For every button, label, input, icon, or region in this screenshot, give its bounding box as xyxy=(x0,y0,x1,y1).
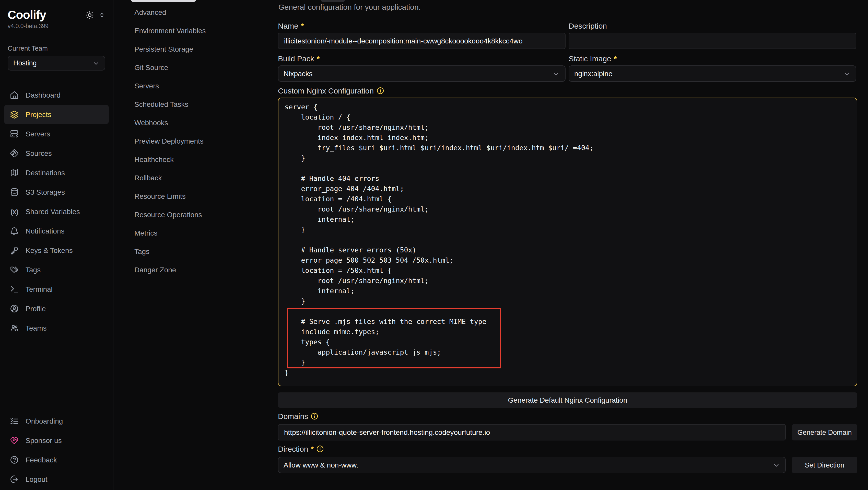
description-field-group: Description xyxy=(569,21,856,49)
static-image-select[interactable]: nginx:alpine xyxy=(569,65,856,82)
submenu-item-servers[interactable]: Servers xyxy=(114,76,271,95)
mime-type-highlight-box xyxy=(287,308,501,368)
sidebar-item-feedback[interactable]: Feedback xyxy=(4,450,109,469)
parentheses-x-icon: (x) xyxy=(10,207,19,216)
bell-icon xyxy=(10,226,19,236)
sidebar-item-label: Onboarding xyxy=(26,417,63,425)
submenu-item-resource-limits[interactable]: Resource Limits xyxy=(114,187,271,205)
sidebar-nav: DashboardProjectsServersSourcesDestinati… xyxy=(0,85,113,338)
sidebar-item-label: S3 Storages xyxy=(26,188,65,196)
submenu-item-danger-zone[interactable]: Danger Zone xyxy=(114,261,271,279)
chevron-down-icon xyxy=(92,60,100,67)
sidebar-item-profile[interactable]: Profile xyxy=(4,299,109,318)
team-select-value: Hosting xyxy=(13,59,92,67)
submenu-item-persistent-storage[interactable]: Persistent Storage xyxy=(114,40,271,58)
key-icon xyxy=(10,246,19,255)
set-direction-button[interactable]: Set Direction xyxy=(792,457,857,473)
server-icon xyxy=(10,129,19,139)
sidebar-item-destinations[interactable]: Destinations xyxy=(4,163,109,182)
chevron-down-icon xyxy=(843,70,850,78)
help-circle-icon xyxy=(10,455,19,464)
terminal-icon xyxy=(10,285,19,294)
submenu-item-advanced[interactable]: Advanced xyxy=(114,3,271,22)
nginx-config-editor[interactable]: server { location / { root /usr/share/ng… xyxy=(278,98,857,386)
submenu-item-rollback[interactable]: Rollback xyxy=(114,169,271,187)
required-asterisk: * xyxy=(311,444,314,453)
submenu-item-tags[interactable]: Tags xyxy=(114,242,271,261)
sidebar-item-label: Feedback xyxy=(26,456,57,464)
sidebar-item-tags[interactable]: Tags xyxy=(4,260,109,279)
home-icon xyxy=(10,90,19,100)
top-clipped-element[interactable] xyxy=(320,0,345,2)
sidebar-item-label: Profile xyxy=(26,305,46,313)
sidebar-item-label: Shared Variables xyxy=(26,208,80,216)
heart-hands-icon xyxy=(10,436,19,445)
submenu-item-healthcheck[interactable]: Healthcheck xyxy=(114,150,271,169)
sidebar-item-shared-variables[interactable]: (x)Shared Variables xyxy=(4,202,109,221)
sidebar-item-label: Terminal xyxy=(26,285,53,293)
sidebar-item-notifications[interactable]: Notifications xyxy=(4,221,109,241)
sidebar-item-label: Servers xyxy=(26,130,50,138)
current-team-label: Current Team xyxy=(8,44,105,52)
logo-row: Coolify xyxy=(8,7,105,23)
build-pack-value: Nixpacks xyxy=(283,69,552,78)
submenu-active-item-partial[interactable] xyxy=(130,0,197,2)
sidebar-item-sponsor-us[interactable]: Sponsor us xyxy=(4,431,109,450)
description-label: Description xyxy=(569,21,856,31)
info-icon[interactable] xyxy=(311,412,318,420)
generate-domain-button[interactable]: Generate Domain xyxy=(792,424,857,440)
sidebar: Coolify v4.0.0-beta.399 Current Team Hos… xyxy=(0,0,114,490)
name-field-group: Name* xyxy=(278,21,565,49)
generate-nginx-config-button[interactable]: Generate Default Nginx Configuration xyxy=(278,392,857,408)
sidebar-item-keys-tokens[interactable]: Keys & Tokens xyxy=(4,241,109,260)
static-image-label: Static Image* xyxy=(569,53,856,63)
info-icon[interactable] xyxy=(316,445,324,453)
info-icon[interactable] xyxy=(376,87,384,94)
main-content: General configuration for your applicati… xyxy=(271,0,868,490)
static-image-value: nginx:alpine xyxy=(574,69,843,78)
domains-input[interactable] xyxy=(278,424,786,440)
sidebar-item-dashboard[interactable]: Dashboard xyxy=(4,85,109,105)
sidebar-item-label: Logout xyxy=(26,475,48,483)
sidebar-footer: OnboardingSponsor usFeedbackLogout xyxy=(0,411,113,490)
sidebar-item-servers[interactable]: Servers xyxy=(4,124,109,144)
submenu-item-scheduled-tasks[interactable]: Scheduled Tasks xyxy=(114,95,271,114)
sun-theme-icon[interactable] xyxy=(85,10,94,19)
submenu-item-environment-variables[interactable]: Environment Variables xyxy=(114,22,271,40)
chevron-down-icon xyxy=(772,461,780,469)
submenu-item-webhooks[interactable]: Webhooks xyxy=(114,114,271,132)
team-select[interactable]: Hosting xyxy=(8,56,105,70)
build-pack-label: Build Pack* xyxy=(278,53,565,63)
submenu-item-preview-deployments[interactable]: Preview Deployments xyxy=(114,132,271,150)
build-pack-field-group: Build Pack* Nixpacks xyxy=(278,53,565,82)
sidebar-item-label: Projects xyxy=(26,110,51,119)
domains-label: Domains xyxy=(278,411,318,421)
app-logo: Coolify xyxy=(8,7,85,23)
submenu-item-resource-operations[interactable]: Resource Operations xyxy=(114,205,271,224)
sidebar-item-sources[interactable]: Sources xyxy=(4,144,109,163)
build-pack-select[interactable]: Nixpacks xyxy=(278,65,565,82)
sidebar-item-label: Dashboard xyxy=(26,91,61,99)
chevrons-up-down-icon[interactable] xyxy=(99,11,105,18)
sidebar-item-logout[interactable]: Logout xyxy=(4,469,109,489)
user-circle-icon xyxy=(10,304,19,313)
required-asterisk: * xyxy=(614,54,617,63)
submenu-item-metrics[interactable]: Metrics xyxy=(114,224,271,242)
name-input[interactable] xyxy=(278,33,565,49)
map-icon xyxy=(10,168,19,177)
direction-select[interactable]: Allow www & non-www. xyxy=(278,457,786,473)
sidebar-item-teams[interactable]: Teams xyxy=(4,318,109,338)
page-subtitle: General configuration for your applicati… xyxy=(278,3,421,11)
submenu-item-git-source[interactable]: Git Source xyxy=(114,58,271,76)
description-input[interactable] xyxy=(569,33,856,49)
sidebar-item-projects[interactable]: Projects xyxy=(4,105,109,124)
sidebar-item-terminal[interactable]: Terminal xyxy=(4,279,109,299)
checklist-icon xyxy=(10,417,19,426)
sidebar-item-onboarding[interactable]: Onboarding xyxy=(4,411,109,431)
required-asterisk: * xyxy=(301,21,304,30)
users-icon xyxy=(10,324,19,333)
direction-label: Direction* xyxy=(278,443,324,454)
settings-submenu: AdvancedEnvironment VariablesPersistent … xyxy=(114,0,271,490)
sidebar-item-s3-storages[interactable]: S3 Storages xyxy=(4,182,109,202)
static-image-field-group: Static Image* nginx:alpine xyxy=(569,53,856,82)
